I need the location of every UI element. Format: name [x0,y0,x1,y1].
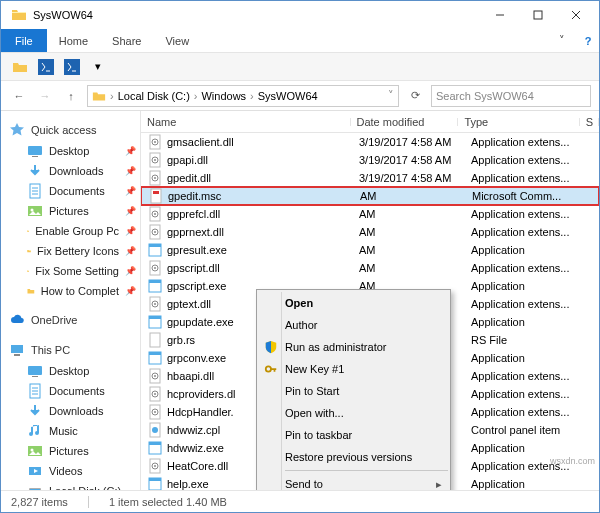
ctx-label: Run as administrator [285,341,387,353]
nav-onedrive[interactable]: OneDrive [1,309,140,331]
close-button[interactable] [557,1,595,29]
file-row[interactable]: gpprnext.dllAMApplication extens... [141,223,599,241]
file-icon [147,350,163,366]
breadcrumb[interactable]: ›Local Disk (C:) ›Windows ›SysWOW64 ˅ [87,85,399,107]
nav-item[interactable]: How to Complet📌 [1,281,140,301]
svg-rect-47 [150,333,160,347]
svg-rect-4 [32,156,38,157]
crumb[interactable]: SysWOW64 [258,90,318,102]
ctx-item[interactable]: Restore previous versions [259,446,448,468]
expand-ribbon-icon[interactable]: ˅ [547,29,577,52]
qat-dropdown-icon[interactable]: ▾ [87,56,109,78]
file-type: Application [471,280,597,292]
file-row[interactable]: gmsaclient.dll3/19/2017 4:58 AMApplicati… [141,133,599,151]
ctx-item[interactable]: Run as administrator [259,336,448,358]
file-type: Application extens... [471,406,597,418]
help-icon[interactable]: ? [577,29,599,52]
qat-powershell-icon[interactable] [35,56,57,78]
nav-item[interactable]: Desktop [1,361,140,381]
nav-item[interactable]: Documents [1,381,140,401]
context-menu: OpenAuthorRun as administratorNew Key #1… [256,289,451,490]
file-row[interactable]: gpprefcl.dllAMApplication extens... [141,205,599,223]
file-tab[interactable]: File [1,29,47,52]
file-icon [148,188,164,204]
col-type[interactable]: Type [458,116,579,128]
file-type: Application extens... [471,208,597,220]
file-date: AM [360,190,472,202]
refresh-button[interactable]: ⟳ [405,85,425,107]
svg-rect-1 [38,59,54,75]
ctx-item[interactable]: Open [259,292,448,314]
maximize-button[interactable] [519,1,557,29]
nav-item[interactable]: Pictures📌 [1,201,140,221]
folder-icon [11,7,27,23]
file-type: Application [471,478,597,490]
file-icon [147,476,163,490]
file-type: Application extens... [471,388,597,400]
svg-rect-11 [32,376,38,377]
svg-point-58 [154,411,156,413]
nav-item[interactable]: Fix Bettery Icons📌 [1,241,140,261]
svg-point-34 [154,231,156,233]
nav-this-pc[interactable]: This PC [1,339,140,361]
ctx-label: Pin to Start [285,385,339,397]
file-row[interactable]: gpedit.mscAMMicrosoft Comm... [141,187,599,205]
ctx-label: Restore previous versions [285,451,412,463]
status-bar: 2,827 items 1 item selected 1.40 MB [1,490,599,512]
ctx-item[interactable]: Pin to Start [259,380,448,402]
nav-item[interactable]: Fix Some Setting📌 [1,261,140,281]
share-tab[interactable]: Share [100,29,153,52]
file-row[interactable]: gpedit.dll3/19/2017 4:58 AMApplication e… [141,169,599,187]
col-size[interactable]: S [580,116,599,128]
up-button[interactable]: ↑ [61,85,81,107]
file-icon [147,152,163,168]
ctx-item[interactable]: New Key #1 [259,358,448,380]
file-icon [147,332,163,348]
nav-item[interactable]: Videos [1,461,140,481]
nav-item[interactable]: Local Disk (C:) [1,481,140,490]
svg-point-23 [154,159,156,161]
qat-powershell2-icon[interactable] [61,56,83,78]
ctx-label: Pin to taskbar [285,429,352,441]
col-date[interactable]: Date modified [351,116,459,128]
file-icon [147,296,163,312]
home-tab[interactable]: Home [47,29,100,52]
file-name: gpresult.exe [167,244,359,256]
file-type: Application extens... [471,226,597,238]
file-name: gpprnext.dll [167,226,359,238]
nav-item[interactable]: Enable Group Pc📌 [1,221,140,241]
ctx-item[interactable]: Open with... [259,402,448,424]
nav-item[interactable]: Pictures [1,441,140,461]
svg-rect-41 [149,280,161,283]
file-row[interactable]: gpscript.dllAMApplication extens... [141,259,599,277]
file-name: gpedit.dll [167,172,359,184]
crumb[interactable]: Local Disk (C:) [118,90,190,102]
nav-item[interactable]: Downloads📌 [1,161,140,181]
ctx-item[interactable]: Pin to taskbar [259,424,448,446]
file-type: Control panel item [471,424,597,436]
file-type: Application [471,442,597,454]
col-name[interactable]: Name [141,116,351,128]
nav-item[interactable]: Desktop📌 [1,141,140,161]
qat-folder-icon[interactable] [9,56,31,78]
nav-item[interactable]: Downloads [1,401,140,421]
chevron-down-icon[interactable]: ˅ [388,89,394,102]
forward-button[interactable]: → [35,85,55,107]
file-name: gpscript.dll [167,262,359,274]
nav-quick-access[interactable]: Quick access [1,119,140,141]
ctx-item[interactable]: Author [259,314,448,336]
svg-rect-67 [149,478,161,481]
nav-item[interactable]: Music [1,421,140,441]
view-tab[interactable]: View [153,29,201,52]
file-row[interactable]: gpresult.exeAMApplication [141,241,599,259]
status-count: 2,827 items [11,496,68,508]
minimize-button[interactable] [481,1,519,29]
back-button[interactable]: ← [9,85,29,107]
file-row[interactable]: gpapi.dll3/19/2017 4:58 AMApplication ex… [141,151,599,169]
search-input[interactable]: Search SysWOW64 [431,85,591,107]
ctx-item[interactable]: Send to▸ [259,473,448,490]
crumb[interactable]: Windows [201,90,246,102]
svg-point-44 [154,303,156,305]
svg-rect-62 [149,442,161,445]
nav-item[interactable]: Documents📌 [1,181,140,201]
